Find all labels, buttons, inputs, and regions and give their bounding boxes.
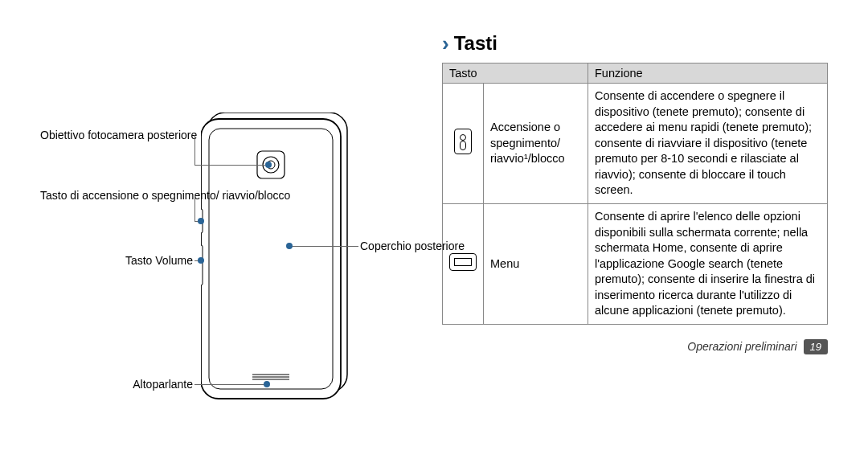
page-footer: Operazioni preliminari 19	[442, 339, 828, 354]
callout-speaker: Altoparlante	[40, 378, 193, 392]
callout-volume: Tasto Volume	[40, 254, 193, 268]
callout-power-text: Tasto di accensione o spegnimento/ riavv…	[40, 189, 290, 202]
dot-volume	[198, 257, 204, 264]
callout-back-cover: Coperchio posteriore	[360, 240, 465, 254]
two-column-layout: Obiettivo fotocamera posteriore Tasto di…	[40, 32, 828, 447]
callout-power: Tasto di accensione o spegnimento/ riavv…	[40, 189, 193, 203]
dot-power	[198, 218, 204, 224]
cell-icon-power	[443, 84, 484, 204]
chevron-icon: ›	[442, 33, 449, 54]
callout-camera: Obiettivo fotocamera posteriore	[40, 129, 193, 143]
dot-back-cover	[286, 243, 293, 249]
page-root: Obiettivo fotocamera posteriore Tasto di…	[0, 0, 868, 471]
footer-label: Operazioni preliminari	[687, 340, 796, 353]
leader-speaker	[194, 384, 265, 385]
device-diagram: Obiettivo fotocamera posteriore Tasto di…	[40, 32, 410, 447]
cell-func-power: Consente di accendere o spegnere il disp…	[588, 84, 828, 204]
leader-power-v	[194, 195, 195, 222]
device-back-illustration	[201, 113, 354, 402]
callout-back-cover-text: Coperchio posteriore	[360, 240, 465, 252]
leader-camera	[194, 165, 265, 166]
leader-camera-v	[194, 135, 195, 166]
section-title: Tasti	[454, 32, 497, 55]
table-row: Menu Consente di aprire l'elenco delle o…	[443, 203, 828, 324]
svg-rect-7	[201, 245, 203, 285]
cell-icon-menu	[443, 203, 484, 324]
cell-name-power: Accensione o spegnimento/ riavvio¹/blocc…	[484, 84, 588, 204]
th-func: Funzione	[588, 63, 828, 84]
cell-name-menu: Menu	[484, 203, 588, 324]
power-key-icon	[454, 129, 472, 154]
callout-camera-text: Obiettivo fotocamera posteriore	[40, 129, 197, 141]
dot-camera	[265, 162, 272, 168]
leader-back-cover	[291, 246, 358, 247]
th-key: Tasto	[443, 63, 588, 84]
table-header-row: Tasto Funzione	[443, 63, 828, 84]
menu-key-icon	[449, 253, 477, 271]
section-heading: › Tasti	[442, 32, 828, 55]
callout-volume-text: Tasto Volume	[125, 254, 193, 267]
dot-speaker	[264, 381, 270, 387]
keys-table: Tasto Funzione Accensione o spegnimento/…	[442, 63, 828, 325]
table-row: Accensione o spegnimento/ riavvio¹/blocc…	[443, 84, 828, 204]
callout-speaker-text: Altoparlante	[133, 378, 193, 391]
cell-func-menu: Consente di aprire l'elenco delle opzion…	[588, 203, 828, 324]
page-number-badge: 19	[804, 339, 828, 354]
keys-section: › Tasti Tasto Funzione	[442, 32, 828, 447]
